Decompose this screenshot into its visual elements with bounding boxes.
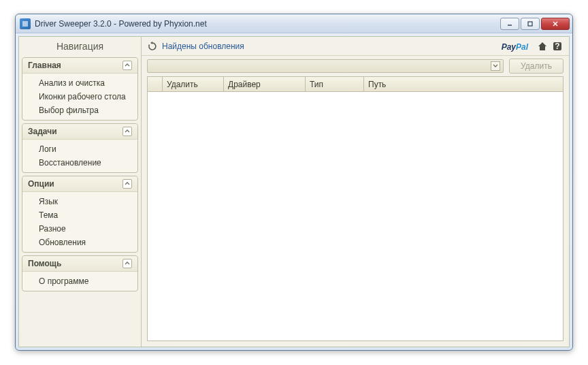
filter-dropdown[interactable] (147, 59, 504, 73)
nav-group-help: Помощь О программе (22, 255, 138, 291)
sidebar-title: Навигация (19, 37, 141, 56)
help-icon[interactable]: ? (551, 40, 564, 52)
nav-item-language[interactable]: Язык (22, 195, 137, 208)
nav-item-misc[interactable]: Разное (22, 222, 137, 236)
results-grid: Удалить Драйвер Тип Путь (147, 76, 564, 341)
column-driver[interactable]: Драйвер (224, 77, 306, 91)
svg-marker-4 (150, 42, 152, 44)
nav-item-analysis[interactable]: Анализ и очистка (22, 76, 137, 90)
column-type[interactable]: Тип (306, 77, 364, 91)
svg-rect-1 (528, 22, 532, 26)
main-panel: Найдены обновления PayPal ? Удалить Уд (142, 37, 569, 347)
nav-item-desktop-icons[interactable]: Иконки рабочего стола (22, 90, 137, 104)
column-delete[interactable]: Удалить (163, 77, 224, 91)
app-icon (20, 18, 31, 29)
window-title: Driver Sweeper 3.2.0 - Powered by Phyxio… (35, 19, 500, 29)
nav-item-updates[interactable]: Обновления (22, 236, 137, 249)
nav-header-help[interactable]: Помощь (22, 256, 137, 272)
nav-group-tasks: Задачи Логи Восстановление (22, 123, 138, 173)
titlebar[interactable]: Driver Sweeper 3.2.0 - Powered by Phyxio… (16, 14, 572, 33)
nav-item-about[interactable]: О программе (22, 274, 137, 288)
close-button[interactable] (541, 18, 570, 30)
column-path[interactable]: Путь (364, 77, 563, 91)
content-area: Навигация Главная Анализ и очистка Иконк… (18, 36, 570, 347)
nav-header-label: Задачи (28, 127, 57, 136)
nav-header-main[interactable]: Главная (22, 58, 137, 74)
chevron-up-icon (122, 127, 132, 136)
maximize-button[interactable] (521, 18, 540, 30)
nav-header-tasks[interactable]: Задачи (22, 124, 137, 140)
minimize-button[interactable] (500, 18, 519, 30)
nav-header-label: Главная (28, 61, 61, 70)
chevron-down-icon (491, 61, 500, 71)
nav-item-theme[interactable]: Тема (22, 208, 137, 222)
chevron-up-icon (122, 259, 132, 268)
nav-group-options: Опции Язык Тема Разное Обновления (22, 176, 138, 253)
toolbar: Удалить (142, 56, 569, 76)
topbar: Найдены обновления PayPal ? (142, 37, 569, 56)
delete-button[interactable]: Удалить (509, 59, 564, 74)
paypal-logo[interactable]: PayPal (502, 40, 528, 52)
nav-header-label: Опции (28, 179, 54, 189)
app-window: Driver Sweeper 3.2.0 - Powered by Phyxio… (15, 14, 573, 351)
nav-header-options[interactable]: Опции (22, 176, 137, 192)
sidebar: Навигация Главная Анализ и очистка Иконк… (19, 37, 142, 347)
chevron-up-icon (122, 179, 132, 189)
column-checkbox[interactable] (148, 77, 163, 91)
nav-item-logs[interactable]: Логи (22, 142, 137, 156)
nav-item-filter-select[interactable]: Выбор фильтра (22, 104, 137, 117)
grid-header: Удалить Драйвер Тип Путь (148, 77, 563, 92)
updates-found-link[interactable]: Найдены обновления (162, 42, 502, 51)
nav-header-label: Помощь (28, 259, 61, 268)
svg-text:?: ? (555, 42, 559, 51)
window-controls (500, 18, 570, 30)
chevron-up-icon (122, 61, 132, 70)
home-icon[interactable] (536, 40, 549, 52)
nav-item-restore[interactable]: Восстановление (22, 156, 137, 170)
nav-group-main: Главная Анализ и очистка Иконки рабочего… (22, 57, 138, 121)
refresh-icon[interactable] (147, 41, 158, 52)
